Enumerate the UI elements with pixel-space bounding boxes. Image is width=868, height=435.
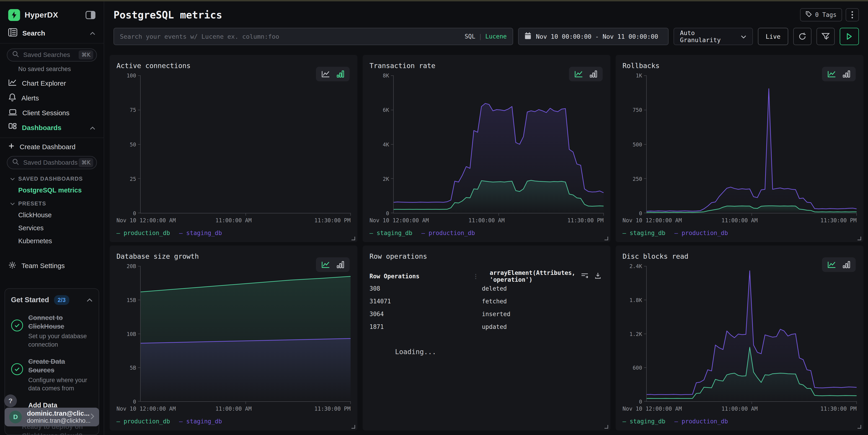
create-dashboard-button[interactable]: Create Dashboard xyxy=(5,140,99,153)
chevron-up-icon[interactable] xyxy=(90,124,95,132)
table-row[interactable]: 308deleted xyxy=(370,282,603,295)
chart-view-toggle xyxy=(569,67,603,81)
sidebar-item-services[interactable]: Services xyxy=(5,222,99,235)
chart-area: 20B15B10B5B0Nov 10 12:00:00 AM11:00:00 A… xyxy=(117,266,350,426)
sidebar-item-chart-explorer[interactable]: Chart Explorer xyxy=(5,76,99,91)
panel-title: Active connections xyxy=(117,62,350,70)
language-divider: | xyxy=(478,33,482,40)
legend-item[interactable]: — staging_db xyxy=(370,230,412,236)
laptop-icon xyxy=(8,108,17,118)
bar-chart-icon[interactable] xyxy=(336,70,344,78)
granularity-select[interactable]: Auto Granularity xyxy=(674,28,753,45)
sidebar-item-search[interactable]: Search xyxy=(5,26,99,40)
hyperdx-logo-icon[interactable] xyxy=(8,9,20,21)
saved-dashboards-group[interactable]: SAVED DASHBOARDS xyxy=(5,172,99,184)
get-started-step-connect[interactable]: Connect to ClickHouse Set up your databa… xyxy=(11,313,93,349)
refresh-button[interactable] xyxy=(793,28,811,45)
resize-handle[interactable] xyxy=(604,425,608,429)
help-button[interactable]: ? xyxy=(4,395,17,407)
table-row[interactable]: 3064inserted xyxy=(370,308,603,321)
bar-chart-icon[interactable] xyxy=(336,261,344,269)
legend-item[interactable]: — staging_db xyxy=(622,230,665,236)
sidebar-item-kubernetes[interactable]: Kubernetes xyxy=(5,235,99,247)
y-axis-tick-label: 0 xyxy=(133,210,136,216)
sidebar-item-alerts[interactable]: Alerts xyxy=(5,91,99,105)
sidebar-item-client-sessions[interactable]: Client Sessions xyxy=(5,105,99,120)
x-axis-tick-label: 11:30:00 PM xyxy=(758,406,857,412)
resize-handle[interactable] xyxy=(351,237,355,240)
y-axis-tick-label: 8K xyxy=(383,73,389,78)
legend-item[interactable]: — production_db xyxy=(117,418,170,425)
chart-view-toggle xyxy=(822,257,856,272)
legend-item[interactable]: — production_db xyxy=(117,230,170,236)
sidebar-item-clickhouse[interactable]: ClickHouse xyxy=(5,209,99,222)
page-title: PostgreSQL metrics xyxy=(114,9,800,21)
table-row[interactable]: 1871updated xyxy=(370,321,603,333)
sql-toggle[interactable]: SQL xyxy=(465,33,475,40)
y-axis-tick-label: 6K xyxy=(383,107,389,113)
line-chart-icon[interactable] xyxy=(321,70,330,78)
panel-title: Disc blocks read xyxy=(622,252,857,260)
legend-item[interactable]: — production_db xyxy=(422,230,475,236)
legend-item[interactable]: — production_db xyxy=(675,418,728,425)
y-axis-tick-label: 600 xyxy=(632,365,642,371)
y-axis-tick-label: 1.8K xyxy=(629,297,642,303)
chart-area: 8K6K4K2K0Nov 10 12:00:00 AM11:00:00 AM11… xyxy=(370,76,603,237)
x-axis-tick-label: 11:00:00 AM xyxy=(215,217,252,224)
more-options-button[interactable] xyxy=(846,8,859,22)
sidebar-item-postgresql-metrics[interactable]: PostgreSQL metrics xyxy=(5,184,99,197)
saved-searches-input[interactable]: Saved Searches ⌘K xyxy=(7,48,97,62)
column-header[interactable]: arrayElement(Attributes, 'operation') xyxy=(490,269,575,283)
bar-chart-icon[interactable] xyxy=(842,70,850,78)
y-axis-tick-label: 0 xyxy=(639,210,642,216)
download-icon[interactable] xyxy=(594,272,601,280)
sidebar-item-team-settings[interactable]: Team Settings xyxy=(5,259,99,273)
run-query-button[interactable] xyxy=(840,28,859,45)
legend-item[interactable]: — staging_db xyxy=(179,230,222,236)
x-axis-tick-label: 11:30:00 PM xyxy=(252,217,350,224)
column-divider[interactable]: ⋮ xyxy=(473,273,479,280)
step-title: Create Data Sources xyxy=(28,357,93,374)
line-chart-icon[interactable] xyxy=(828,70,836,78)
get-started-step-datasources[interactable]: Create Data Sources Configure where your… xyxy=(11,357,93,393)
date-range-picker[interactable]: Nov 10 00:00:00 - Nov 11 00:00:00 xyxy=(518,28,669,45)
resize-handle[interactable] xyxy=(858,237,861,240)
saved-dashboards-header: SAVED DASHBOARDS xyxy=(18,176,83,182)
lucene-toggle[interactable]: Lucene xyxy=(485,33,507,40)
main-content: PostgreSQL metrics 0 Tags Search your ev… xyxy=(104,1,868,435)
column-header[interactable]: Row Operations xyxy=(370,273,473,280)
resize-handle[interactable] xyxy=(604,237,608,240)
row-operations-table: Row Operations ⋮ arrayElement(Attributes… xyxy=(370,270,603,333)
chevron-up-icon[interactable] xyxy=(90,29,95,37)
event-search-input[interactable]: Search your events w/ Lucene ex. column:… xyxy=(114,28,513,45)
tags-button[interactable]: 0 Tags xyxy=(800,8,842,22)
live-label: Live xyxy=(766,33,780,40)
live-button[interactable]: Live xyxy=(758,28,788,45)
y-axis-tick-label: 2K xyxy=(383,176,389,182)
sidebar-item-dashboards[interactable]: Dashboards xyxy=(5,121,99,135)
dashboard-grid: Active connections 1007550250Nov 10 12:0… xyxy=(110,55,863,430)
saved-dashboards-placeholder: Saved Dashboards xyxy=(23,159,79,166)
user-menu[interactable]: D dominic.tran@clic... dominic.tran@clic… xyxy=(5,408,99,426)
legend-item[interactable]: — staging_db xyxy=(179,418,222,425)
sidebar-collapse-icon[interactable] xyxy=(86,11,95,19)
view-rows-icon[interactable] xyxy=(581,272,589,280)
legend-item[interactable]: — staging_db xyxy=(622,418,665,425)
line-chart-icon[interactable] xyxy=(321,261,330,269)
presets-group[interactable]: PRESETS xyxy=(5,197,99,209)
bar-chart-icon[interactable] xyxy=(589,70,597,78)
table-row[interactable]: 314071fetched xyxy=(370,295,603,308)
resize-handle[interactable] xyxy=(858,425,861,429)
x-axis-tick-label: Nov 10 12:00:00 AM xyxy=(622,217,721,224)
gear-icon xyxy=(8,261,17,271)
bar-chart-icon[interactable] xyxy=(842,261,850,269)
no-saved-searches-text: No saved searches xyxy=(5,64,99,76)
legend-item[interactable]: — production_db xyxy=(675,230,728,236)
saved-dashboards-input[interactable]: Saved Dashboards ⌘K xyxy=(7,156,97,169)
filter-button[interactable] xyxy=(816,28,835,45)
line-chart-icon[interactable] xyxy=(575,70,583,78)
y-axis-tick-label: 5B xyxy=(130,365,136,371)
chevron-up-icon[interactable] xyxy=(86,296,93,304)
line-chart-icon[interactable] xyxy=(828,261,836,269)
resize-handle[interactable] xyxy=(351,425,355,429)
